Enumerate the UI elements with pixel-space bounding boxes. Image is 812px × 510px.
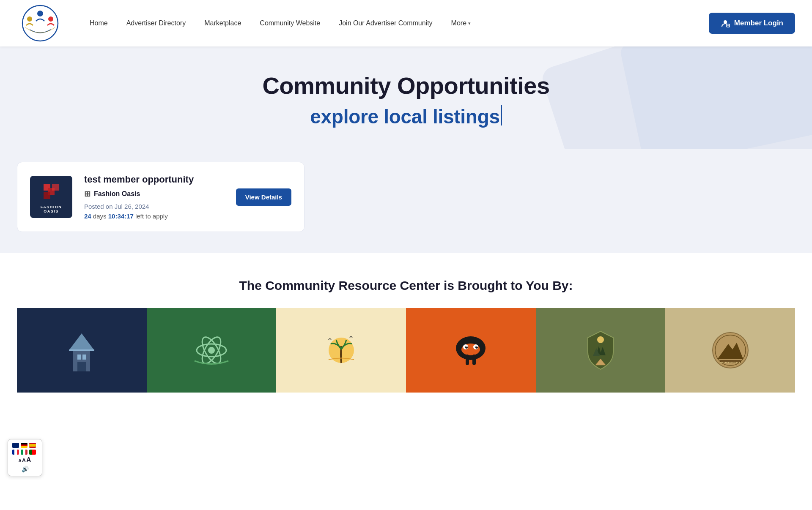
fashion-oasis-text: FASHIONOASIS xyxy=(41,205,62,213)
sponsor-tile-2[interactable] xyxy=(147,308,277,393)
sponsors-section: The Community Resource Center is Brought… xyxy=(0,253,812,393)
sponsor-6-logo: MOUNTAINBACK xyxy=(705,325,756,376)
svg-rect-11 xyxy=(77,355,81,360)
countdown-time: 10:34:17 xyxy=(108,213,134,220)
svg-point-1 xyxy=(37,11,43,16)
sponsor-tile-1[interactable] xyxy=(17,308,147,393)
listing-info: test member opportunity ⊞ Fashion Oasis … xyxy=(84,174,224,220)
navbar: Home Advertiser Directory Marketplace Co… xyxy=(0,0,812,46)
nav-links: Home Advertiser Directory Marketplace Co… xyxy=(80,19,709,27)
svg-rect-8 xyxy=(52,184,59,191)
svg-point-19 xyxy=(208,347,215,354)
svg-point-4 xyxy=(724,20,727,24)
listing-countdown: 24 days 10:34:17 left to apply xyxy=(84,213,224,220)
svg-text:MOUNTAINBACK: MOUNTAINBACK xyxy=(720,361,741,364)
listing-card: FASHIONOASIS test member opportunity ⊞ F… xyxy=(17,162,304,232)
view-details-button[interactable]: View Details xyxy=(236,188,291,206)
listings-section: FASHIONOASIS test member opportunity ⊞ F… xyxy=(0,149,812,253)
svg-rect-13 xyxy=(77,362,86,371)
sponsor-2-logo xyxy=(186,325,237,376)
sponsor-3-logo xyxy=(316,325,367,376)
svg-point-28 xyxy=(477,346,478,347)
company-name: Fashion Oasis xyxy=(94,190,140,198)
countdown-days-label: days xyxy=(93,213,108,220)
countdown-rest: left to apply xyxy=(135,213,168,220)
hero-section: Community Opportunities explore local li… xyxy=(0,46,812,149)
nav-more-dropdown[interactable]: More ▾ xyxy=(442,19,480,27)
sponsor-tile-5[interactable] xyxy=(536,308,666,393)
fashion-oasis-logo-svg xyxy=(40,180,62,202)
svg-rect-12 xyxy=(82,355,86,360)
sponsors-row: MOUNTAINBACK xyxy=(17,308,795,393)
svg-rect-29 xyxy=(466,355,469,365)
svg-marker-14 xyxy=(69,333,94,350)
nav-link-community-website[interactable]: Community Website xyxy=(250,19,329,27)
svg-rect-30 xyxy=(472,355,476,365)
sponsor-tile-3[interactable] xyxy=(276,308,406,393)
sponsor-5-logo xyxy=(575,325,626,376)
chevron-down-icon: ▾ xyxy=(468,21,471,26)
member-login-label: Member Login xyxy=(734,19,783,27)
svg-rect-9 xyxy=(44,192,50,199)
svg-point-3 xyxy=(48,16,53,22)
countdown-days: 24 xyxy=(84,213,91,220)
sponsors-title: The Community Resource Center is Brought… xyxy=(17,278,795,293)
svg-point-2 xyxy=(27,16,32,22)
listing-company-logo: FASHIONOASIS xyxy=(30,176,72,218)
member-icon xyxy=(721,19,730,28)
listing-title: test member opportunity xyxy=(84,174,224,185)
building-icon: ⊞ xyxy=(84,189,91,199)
sponsor-tile-4[interactable] xyxy=(406,308,536,393)
sponsor-tile-6[interactable]: MOUNTAINBACK xyxy=(665,308,795,393)
member-login-button[interactable]: Member Login xyxy=(709,13,795,34)
hero-title: Community Opportunities xyxy=(17,72,795,99)
svg-rect-15 xyxy=(69,349,94,351)
nav-link-advertiser-directory[interactable]: Advertiser Directory xyxy=(117,19,195,27)
nav-link-marketplace[interactable]: Marketplace xyxy=(195,19,250,27)
listing-posted-date: Posted on Jul 26, 2024 xyxy=(84,203,224,210)
text-cursor xyxy=(501,105,502,125)
svg-point-27 xyxy=(466,346,468,347)
nav-link-home[interactable]: Home xyxy=(80,19,117,27)
site-logo[interactable] xyxy=(17,4,63,42)
sponsor-4-logo xyxy=(445,325,496,376)
nav-link-join-advertiser[interactable]: Join Our Advertiser Community xyxy=(329,19,442,27)
nav-more-label: More xyxy=(451,19,466,27)
listing-company: ⊞ Fashion Oasis xyxy=(84,189,224,199)
hero-subtitle: explore local listings xyxy=(310,105,499,128)
sponsor-1-logo xyxy=(56,325,107,376)
svg-point-35 xyxy=(597,336,604,343)
